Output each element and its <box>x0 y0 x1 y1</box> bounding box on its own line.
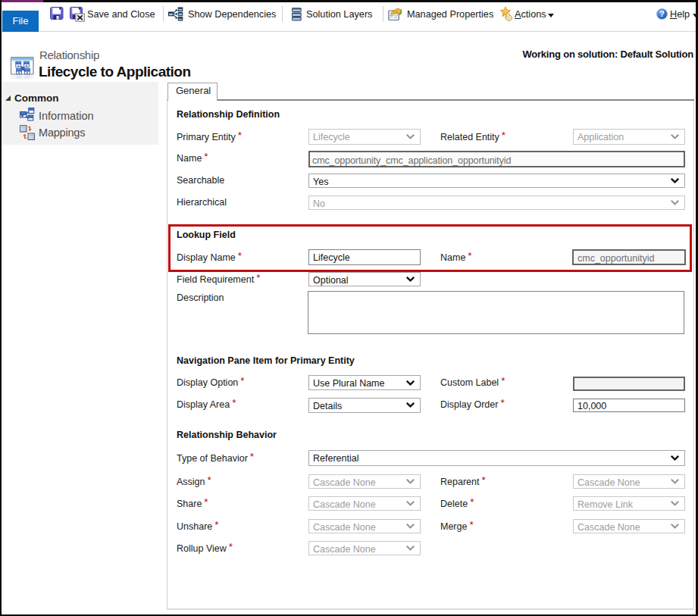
svg-text:?: ? <box>659 9 664 18</box>
